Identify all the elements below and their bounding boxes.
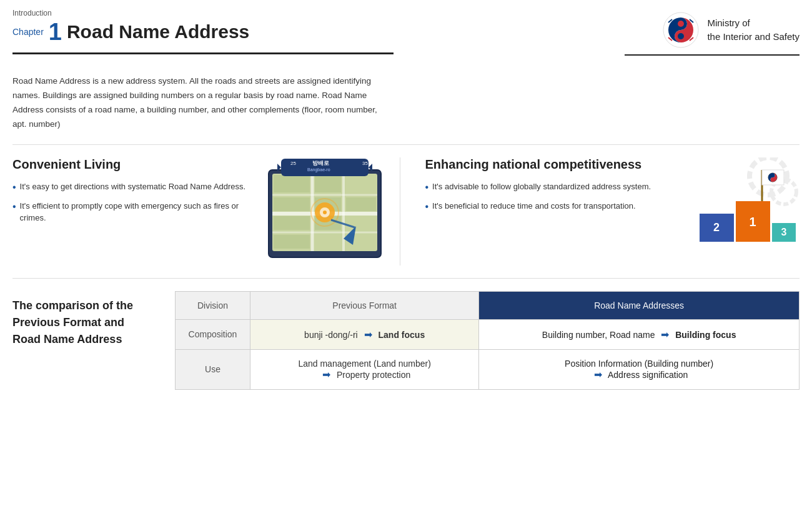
feature-right-title: Enhancing national competitiveness (425, 157, 681, 172)
svg-point-25 (323, 211, 327, 214)
table-row-use: Use Land management (Land number) ➡ Prop… (176, 349, 800, 389)
feature-left-item-2: • It's efficient to promptly cope with e… (12, 200, 250, 224)
svg-text:1: 1 (749, 215, 756, 229)
cell-use-previous: Land management (Land number) ➡ Property… (250, 349, 479, 389)
svg-rect-19 (346, 197, 376, 211)
svg-point-3 (678, 33, 684, 39)
header-divider-right (625, 54, 800, 56)
cell-composition-previous: bunji -dong/-ri ➡ Land focus (250, 319, 479, 349)
map-illustration: 25 35 방배로 Bangbae-ro (262, 157, 387, 266)
arrow-icon-3: ➡ (322, 369, 330, 380)
svg-rect-16 (315, 175, 341, 192)
ministry-name: Ministry of the Interior and Safety (707, 16, 800, 44)
chapter-name: Road Name Address (67, 21, 249, 42)
podium-illustration: 2 1 3 (687, 157, 800, 266)
arrow-icon-2: ➡ (661, 329, 669, 340)
features-section: Convenient Living • It's easy to get dir… (0, 145, 812, 278)
svg-point-2 (678, 21, 684, 27)
table-row-composition: Composition bunji -dong/-ri ➡ Land focus… (176, 319, 800, 349)
header-divider-left (12, 52, 394, 54)
podium-svg: 2 1 3 (687, 157, 800, 251)
bullet-icon-2: • (12, 199, 16, 214)
svg-text:25: 25 (290, 161, 296, 166)
svg-rect-20 (274, 216, 310, 230)
svg-text:방배로: 방배로 (312, 160, 329, 166)
feature-left-item-1: • It's easy to get directions with syste… (12, 181, 250, 195)
description-text: Road Name Address is a new address syste… (12, 74, 387, 132)
bullet-icon-4: • (425, 199, 429, 214)
comparison-table-wrapper: Division Previous Format Road Name Addre… (175, 291, 800, 390)
col-header-division: Division (176, 291, 250, 319)
feature-right-text-block: Enhancing national competitiveness • It'… (425, 157, 681, 266)
ministry-branding: Ministry of the Interior and Safety (662, 9, 800, 49)
chapter-title: Chapter 1 Road Name Address (12, 20, 249, 44)
cell-composition-road: Building number, Road name ➡ Building fo… (479, 319, 800, 349)
feature-right-list: • It's advisable to follow globally stan… (425, 181, 681, 214)
chapter-number: 1 (49, 20, 62, 44)
arrow-icon-4: ➡ (594, 369, 602, 380)
arrow-icon-1: ➡ (364, 329, 372, 340)
svg-rect-17 (274, 197, 310, 211)
map-svg: 25 35 방배로 Bangbae-ro (262, 157, 387, 264)
feature-right-item-1: • It's advisable to follow globally stan… (425, 181, 681, 195)
table-header-row: Division Previous Format Road Name Addre… (176, 291, 800, 319)
feature-competitiveness: Enhancing national competitiveness • It'… (400, 157, 800, 266)
cell-use-label: Use (176, 349, 250, 389)
cell-use-road: Position Information (Building number) ➡… (479, 349, 800, 389)
svg-text:35: 35 (362, 161, 368, 166)
svg-text:2: 2 (713, 221, 720, 234)
col-header-previous: Previous Format (250, 291, 479, 319)
description-section: Road Name Address is a new address syste… (0, 56, 400, 144)
bullet-icon-3: • (425, 180, 429, 195)
comparison-table: Division Previous Format Road Name Addre… (175, 291, 800, 390)
col-header-roadname: Road Name Addresses (479, 291, 800, 319)
comparison-label: The comparison of the Previous Format an… (12, 291, 156, 348)
feature-right-item-2: • It's beneficial to reduce time and cos… (425, 200, 681, 214)
comparison-section: The comparison of the Previous Format an… (0, 279, 812, 409)
feature-convenient-living: Convenient Living • It's easy to get dir… (12, 157, 400, 266)
government-emblem (662, 11, 700, 49)
feature-left-title: Convenient Living (12, 157, 250, 172)
svg-rect-22 (274, 235, 310, 249)
bullet-icon-1: • (12, 180, 16, 195)
svg-rect-15 (274, 175, 310, 192)
cell-composition-label: Composition (176, 319, 250, 349)
intro-label: Introduction (12, 9, 249, 17)
feature-left-list: • It's easy to get directions with syste… (12, 181, 250, 224)
header-left: Introduction Chapter 1 Road Name Address (12, 9, 249, 44)
page-header: Introduction Chapter 1 Road Name Address (0, 0, 812, 49)
svg-text:Bangbae-ro: Bangbae-ro (307, 167, 330, 172)
chapter-word: Chapter (12, 27, 44, 37)
svg-text:3: 3 (781, 227, 787, 237)
